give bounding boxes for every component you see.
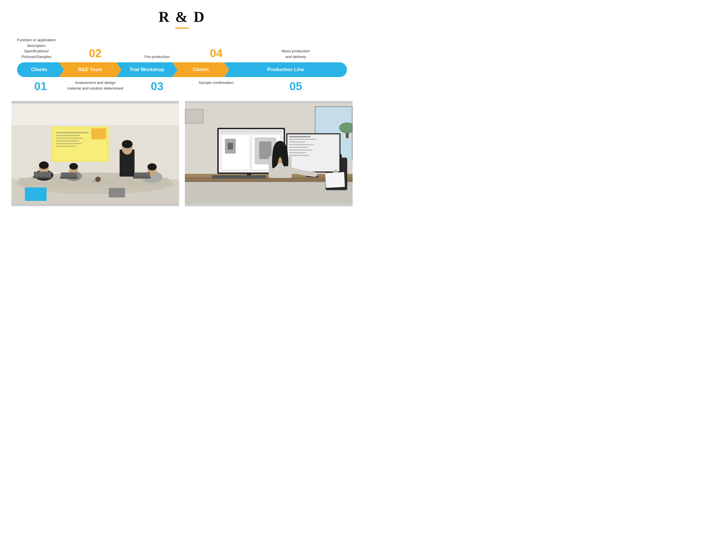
step-number-02: 02 bbox=[89, 47, 102, 59]
svg-rect-40 bbox=[315, 106, 353, 107]
pre-production-label-top: Pre-production bbox=[127, 54, 188, 61]
meeting-photo-svg bbox=[11, 101, 179, 206]
pipeline-label-clients-2: Clients bbox=[193, 67, 209, 73]
svg-point-20 bbox=[69, 163, 78, 170]
pipeline-label-trial-workshop: Trial Workshop bbox=[129, 67, 164, 73]
pipeline-label-clients-1: Clients bbox=[31, 67, 47, 73]
office-photo bbox=[185, 101, 353, 206]
title-section: R & D bbox=[11, 9, 353, 29]
office-photo-svg bbox=[185, 101, 353, 206]
svg-point-23 bbox=[122, 140, 133, 148]
svg-rect-30 bbox=[61, 173, 77, 177]
svg-rect-32 bbox=[134, 173, 150, 177]
svg-point-17 bbox=[39, 162, 49, 169]
svg-rect-8 bbox=[56, 138, 83, 139]
svg-rect-59 bbox=[259, 141, 272, 159]
assessment-label-bottom: Assessment and designmaterial and soluti… bbox=[64, 78, 127, 91]
svg-rect-35 bbox=[25, 187, 47, 201]
svg-rect-75 bbox=[212, 175, 266, 178]
svg-rect-71 bbox=[289, 152, 305, 153]
page-container: R & D Function or applicationdescription… bbox=[0, 0, 364, 218]
svg-rect-57 bbox=[227, 143, 233, 150]
meeting-photo bbox=[11, 101, 179, 206]
step-04-top: 04 bbox=[188, 47, 245, 61]
pipeline-label-rd-team: R&D Team bbox=[78, 67, 102, 73]
step-number-01: 01 bbox=[34, 80, 47, 92]
top-left-description-text: Function or applicationdescriptionSpecif… bbox=[17, 37, 56, 59]
svg-rect-1 bbox=[11, 104, 179, 125]
pipeline-segment-clients-2: Clients bbox=[172, 62, 229, 77]
svg-rect-53 bbox=[220, 130, 283, 133]
mass-production-text: Mass productionand delivery bbox=[282, 48, 310, 59]
step-02-top: 02 bbox=[64, 47, 127, 61]
process-section: Function or applicationdescriptionSpecif… bbox=[11, 37, 353, 92]
svg-rect-70 bbox=[289, 150, 312, 151]
svg-rect-10 bbox=[56, 143, 82, 144]
svg-rect-68 bbox=[289, 144, 313, 145]
svg-point-34 bbox=[95, 177, 101, 182]
step-number-04: 04 bbox=[210, 47, 223, 59]
step-01-bottom: 01 bbox=[17, 78, 64, 92]
svg-rect-72 bbox=[289, 155, 309, 156]
svg-rect-7 bbox=[56, 135, 80, 136]
assessment-text: Assessment and designmaterial and soluti… bbox=[67, 80, 123, 91]
step-03-bottom: 03 bbox=[127, 78, 188, 92]
svg-rect-67 bbox=[289, 141, 305, 142]
page-title: R & D bbox=[11, 9, 353, 25]
sample-confirmation-bottom: Sample confirmation bbox=[188, 78, 245, 86]
step-number-05: 05 bbox=[289, 80, 302, 92]
step-number-03: 03 bbox=[151, 80, 164, 92]
pipeline-segment-trial-workshop: Trial Workshop bbox=[116, 62, 177, 77]
svg-rect-11 bbox=[56, 146, 76, 147]
svg-rect-80 bbox=[325, 172, 345, 188]
svg-point-26 bbox=[148, 164, 157, 171]
pipeline-bar: Clients R&D Team Trial Workshop Clients … bbox=[17, 62, 347, 77]
svg-rect-42 bbox=[352, 106, 353, 160]
mass-production-label-top: Mass productionand delivery bbox=[245, 48, 347, 61]
svg-rect-66 bbox=[289, 139, 316, 140]
pre-production-text: Pre-production bbox=[144, 54, 170, 60]
svg-rect-12 bbox=[91, 129, 106, 139]
svg-rect-29 bbox=[60, 177, 78, 179]
pipeline-segment-production-line: Production Line bbox=[224, 62, 347, 77]
svg-rect-69 bbox=[289, 147, 308, 148]
step-05-bottom: 05 bbox=[245, 78, 347, 92]
svg-rect-31 bbox=[133, 177, 151, 179]
pipeline-segment-clients-1: Clients bbox=[17, 62, 64, 77]
svg-rect-6 bbox=[56, 132, 88, 133]
sample-confirmation-text: Sample confirmation bbox=[198, 80, 233, 86]
svg-rect-82 bbox=[346, 133, 349, 138]
photos-section bbox=[11, 101, 353, 206]
svg-rect-9 bbox=[56, 140, 79, 142]
pipeline-segment-rd-team: R&D Team bbox=[59, 62, 121, 77]
svg-rect-36 bbox=[109, 188, 125, 197]
svg-rect-44 bbox=[186, 110, 203, 123]
pipeline-label-production-line: Production Line bbox=[267, 67, 304, 73]
svg-rect-28 bbox=[34, 172, 51, 177]
svg-rect-65 bbox=[289, 136, 311, 137]
top-left-description: Function or applicationdescriptionSpecif… bbox=[17, 37, 64, 61]
title-underline bbox=[175, 28, 189, 29]
